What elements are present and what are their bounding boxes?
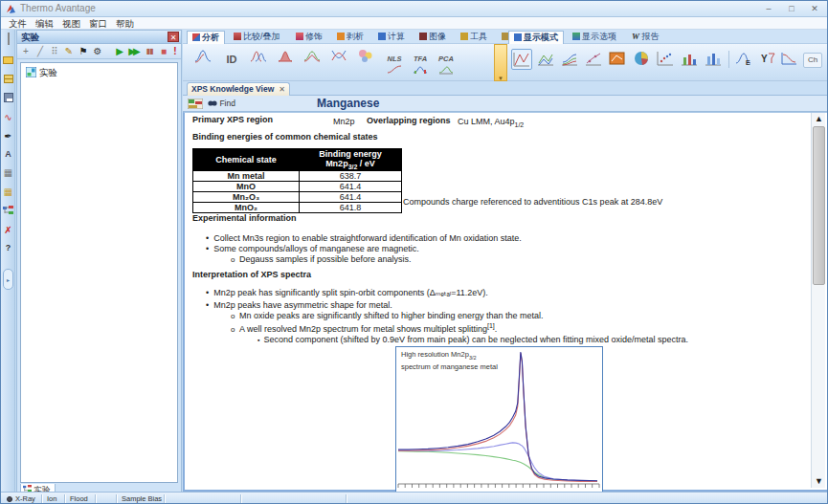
y-axis-filter-icon[interactable]: Y [757,49,778,70]
spectrum-icon[interactable]: ∿ [2,112,14,122]
profile-tab-icon [337,33,345,40]
menu-help[interactable]: 帮助 [112,17,138,30]
app-window: Thermo Avantage – □ ✕ 文件 编辑 视图 窗口 帮助 ∿ ✒… [0,0,828,504]
bar-chart-icon[interactable] [679,49,700,70]
run-icon[interactable]: ▶ [113,44,126,59]
scrollbar-thumb[interactable] [813,126,825,285]
pencil-icon[interactable]: ✎ [62,44,76,59]
grid-icon[interactable]: ▦ [2,167,14,178]
archive-icon[interactable] [2,74,14,83]
tab-analysis[interactable]: 分析 [187,31,225,44]
menu-file[interactable]: 文件 [5,17,31,30]
minimize-button[interactable]: – [758,2,779,15]
scatter-line-chart-icon[interactable] [583,49,604,70]
cell-energy: 638.7 [300,170,402,181]
multi-line-chart-icon[interactable] [559,49,580,70]
alert-icon[interactable]: ! [168,44,182,59]
spectrum-chart: High resolution Mn2p3/2 spectrum of mang… [395,346,603,504]
status-sample-bias: Sample Bias [122,493,162,504]
analysis-tab-icon [192,33,200,41]
tab-calculate[interactable]: 计算 [373,31,410,44]
maximize-button[interactable]: □ [781,2,802,15]
cluster-icon[interactable] [353,48,378,75]
add-peak-icon[interactable] [273,48,298,75]
tab-tools[interactable]: 工具 [456,31,492,44]
tfa-icon[interactable]: TFA [408,48,433,75]
tab-profile[interactable]: 剥析 [332,31,369,44]
tab-compare-overlay[interactable]: 比较/叠加 [229,31,285,44]
series-background [398,451,597,481]
series-envelope [398,352,597,481]
doc-tab-label: XPS Knowledge View [191,84,274,94]
spectrum-plot [396,347,601,491]
left-icon-strip: ∿ ✒ A ▦ ▦ ✗ ? ▸ [1,30,15,492]
doc-tab-close-icon[interactable]: ✕ [279,85,285,94]
menu-edit[interactable]: 编辑 [32,17,57,30]
save-icon[interactable] [2,93,14,102]
scroll-down-icon[interactable]: ▼ [813,475,825,488]
run-all-icon[interactable]: ▶▶ [126,44,140,59]
new-file-icon[interactable] [2,33,14,44]
d-curve-icon[interactable] [779,49,800,70]
stacked-chart-icon[interactable] [535,49,556,70]
line-tool-icon[interactable]: ╱ [34,44,47,59]
experiment-node-label: 实验 [39,67,57,77]
tab-image[interactable]: 图像 [414,31,451,44]
tree-view-icon[interactable] [2,206,14,218]
help-icon[interactable]: ? [2,243,14,252]
tab-display-options[interactable]: 显示选项 [568,31,621,44]
strip-expander-handle[interactable]: ▸ [3,269,13,290]
chart-3d-icon[interactable] [607,49,628,70]
sign-pen-icon[interactable]: ✒ [2,131,14,142]
survey-scan-icon[interactable] [190,48,215,75]
app-logo-icon [6,4,16,14]
report-tab-icon: W [632,32,639,41]
experiment-panel: 实验 ✕ + ╱ ⠿ ✎ ⚑ ⚙ ▶ ▶▶ ▮▮ ■ ! 实验 [16,30,182,492]
bullet-item: • Some compounds/alloys of manganese are… [206,244,419,253]
peak-id-icon[interactable]: ID [219,48,244,75]
tab-report[interactable]: W 报告 [627,31,664,44]
toolbar-overflow-strip[interactable]: ▼ [494,44,507,81]
experiment-panel-close-icon[interactable]: ✕ [168,32,179,42]
settings-gear-icon[interactable]: ⚙ [91,44,104,59]
tab-decorate[interactable]: 修饰 [291,31,327,44]
nls-fitting-icon[interactable]: NLS [382,48,407,75]
add-icon[interactable]: + [19,44,33,59]
find-button[interactable]: Find [208,98,235,110]
binding-energy-table: Chemical state Binding energy Mn2p3/2 / … [192,148,402,213]
annotate-icon[interactable]: A [2,149,14,159]
tab-display-mode[interactable]: 显示模式 [508,31,564,44]
col-chemical-state: Chemical state [193,149,300,171]
menu-window[interactable]: 窗口 [85,17,111,30]
line-chart-icon[interactable] [511,49,532,70]
vertical-scrollbar[interactable]: ▲ ▼ [811,113,825,488]
status-bar: X-Ray Ion Flood Sample Bias [1,492,828,504]
menu-view[interactable]: 视图 [58,17,84,30]
pca-icon[interactable]: PCA [434,48,459,75]
pointer-icon[interactable]: ⚑ [77,44,90,59]
close-button[interactable]: ✕ [804,2,825,15]
cell-energy: 641.8 [300,202,402,212]
charge-reference-note: Compounds charge referenced to adventiti… [403,197,662,207]
titlebar: Thermo Avantage – □ ✕ [1,1,828,17]
periodic-table-icon[interactable] [188,99,203,109]
peak-fit-icon[interactable] [246,48,271,75]
bar-3d-chart-icon[interactable] [703,49,724,70]
table-icon[interactable]: ▦ [2,186,14,197]
scroll-up-icon[interactable]: ▲ [813,113,825,125]
spectrum-energy-icon[interactable]: E [733,49,754,70]
pie-chart-icon[interactable] [631,49,652,70]
primary-region-value: Mn2p [333,117,355,126]
scatter-plot-icon[interactable] [655,49,676,70]
calculate-tab-icon [378,33,386,40]
bullet-subitem: o A well resolved Mn2p spectrum for meta… [231,322,497,334]
experiment-tree-root[interactable]: 实验 [26,67,57,79]
open-folder-icon[interactable] [2,55,14,64]
delete-icon[interactable]: ✗ [2,225,14,235]
pause-icon[interactable]: ▮▮ [143,44,156,59]
channel-icon[interactable]: Ch [803,53,822,68]
smart-fit-icon[interactable] [300,48,324,75]
grid-tool-icon[interactable]: ⠿ [48,44,61,59]
deconvolution-icon[interactable] [326,48,351,75]
doc-tab-xps-knowledge-view[interactable]: XPS Knowledge View✕ [187,82,290,96]
